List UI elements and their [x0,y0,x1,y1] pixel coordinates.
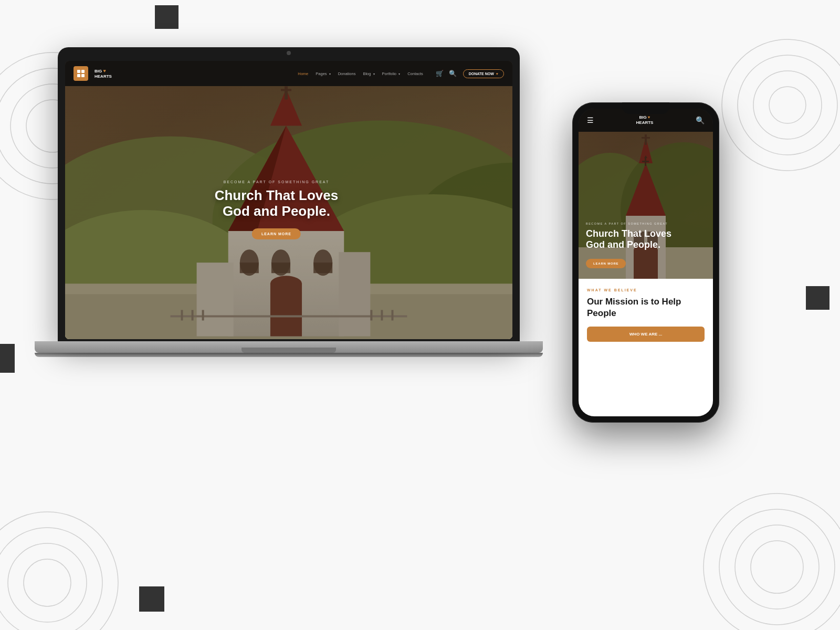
laptop-camera [287,51,291,55]
cart-icon[interactable]: 🛒 [436,70,444,77]
donate-heart-icon: ♥ [496,72,498,76]
svg-point-13 [0,528,102,630]
nav-link-donations[interactable]: Donations [338,71,356,76]
svg-point-14 [8,543,87,622]
phone-hero-title: Church That Loves God and People. [586,228,671,251]
nav-link-contacts[interactable]: Contacts [407,71,423,76]
hero-title: Church That Loves God and People. [215,188,338,219]
phone-mockup: ☰ BIG ♥HEARTS 🔍 [572,102,719,423]
search-icon[interactable]: 🔍 [449,70,457,77]
phone-logo: BIG ♥HEARTS [636,115,654,125]
phone-notch [622,102,669,114]
phone-search-icon[interactable]: 🔍 [696,116,705,124]
svg-point-15 [24,559,71,606]
phone-belief-label: WHAT WE BELIEVE [587,288,705,292]
square-mid-right [806,286,830,310]
learn-more-button[interactable]: LEARN MORE [252,228,301,239]
circle-group-right [714,32,840,178]
svg-point-5 [738,55,837,155]
logo-heart: ♥ [103,68,106,74]
nav-link-pages[interactable]: Pages ▾ [316,71,330,76]
laptop-nav-icons: 🛒 🔍 [436,70,457,77]
phone-hero: BECOME A PART OF SOMETHING GREAT Church … [579,132,713,279]
phone-hero-text: BECOME A PART OF SOMETHING GREAT Church … [586,222,671,268]
laptop-nav: BIG ♥HEARTS Home Pages ▾ Donations Blog … [65,61,512,86]
svg-point-6 [753,71,822,139]
laptop-screen: BIG ♥HEARTS Home Pages ▾ Donations Blog … [65,61,512,339]
svg-point-7 [769,87,806,123]
svg-point-4 [722,39,840,171]
svg-point-8 [704,494,840,630]
nav-link-portfolio[interactable]: Portfolio ▾ [382,71,401,76]
square-bottom-center [139,586,164,612]
laptop-website: BIG ♥HEARTS Home Pages ▾ Donations Blog … [65,61,512,339]
phone-belief-title: Our Mission is to Help People [587,296,705,319]
donate-now-button[interactable]: DONATE NOW ♥ [463,69,504,78]
phone-website: ☰ BIG ♥HEARTS 🔍 [579,109,713,416]
circle-group-bottom-right [693,483,840,630]
logo-icon [74,66,88,81]
laptop-hero: BECOME A PART OF SOMETHING GREAT Church … [65,86,512,339]
svg-point-9 [719,509,835,625]
phone-hero-subtitle: BECOME A PART OF SOMETHING GREAT [586,222,671,225]
svg-point-10 [735,525,819,609]
hero-subtitle: BECOME A PART OF SOMETHING GREAT [215,180,338,184]
phone-screen: ☰ BIG ♥HEARTS 🔍 [579,109,713,416]
laptop-hero-text: BECOME A PART OF SOMETHING GREAT Church … [215,180,338,239]
phone-body: ☰ BIG ♥HEARTS 🔍 [572,102,719,423]
nav-link-home[interactable]: Home [298,71,308,76]
phone-belief-section: WHAT WE BELIEVE Our Mission is to Help P… [579,279,713,416]
phone-menu-icon[interactable]: ☰ [587,116,594,124]
square-top-right [155,5,178,29]
square-mid-left [0,344,15,373]
laptop-nav-links: Home Pages ▾ Donations Blog ▾ Portfolio … [298,71,423,76]
laptop-mockup: BIG ♥HEARTS Home Pages ▾ Donations Blog … [58,47,520,373]
laptop-logo-text: BIG ♥HEARTS [94,68,112,79]
laptop-base [35,341,543,353]
phone-learn-more-button[interactable]: LEARN MORE [586,259,626,268]
circle-group-bottom-left [0,504,126,630]
nav-link-blog[interactable]: Blog ▾ [363,71,374,76]
phone-logo-heart: ♥ [648,115,650,120]
who-we-are-button[interactable]: WHO WE ARE ... [587,327,705,342]
laptop-foot [35,353,543,357]
svg-point-12 [0,512,118,630]
laptop-body: BIG ♥HEARTS Home Pages ▾ Donations Blog … [58,47,520,341]
svg-point-11 [751,541,803,593]
